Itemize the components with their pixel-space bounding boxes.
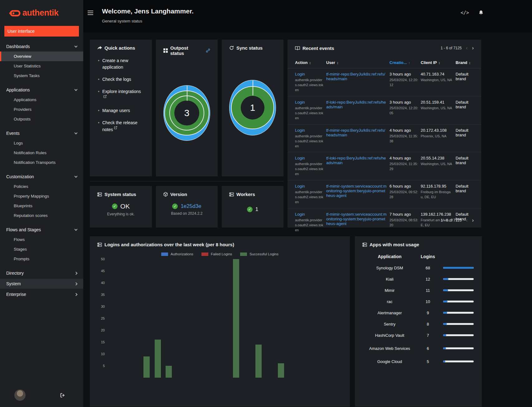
app-login-count: 8 [417, 322, 439, 326]
sidebar-section-dashboards[interactable]: Dashboards [0, 42, 83, 51]
logout-icon[interactable] [60, 393, 65, 398]
sidebar-section-flows-and-stages[interactable]: Flows and Stages [0, 225, 83, 235]
app-usage-bar [443, 312, 474, 314]
column-header-user[interactable]: User↕ [326, 58, 389, 68]
column-header-action[interactable]: Action↕ [295, 58, 326, 68]
event-user-link[interactable]: tf-mimir-system:serviceaccount:monitorin… [326, 212, 387, 226]
event-location: Washington, US, NA [421, 162, 453, 167]
sidebar-item-notification-transports[interactable]: Notification Transports [0, 158, 83, 167]
event-brand: Default brand [456, 96, 474, 124]
sidebar-item-applications[interactable]: Applications [0, 95, 83, 105]
version-value-link[interactable]: 1e25d3e [181, 203, 201, 209]
event-action-link[interactable]: Login [295, 100, 305, 105]
sidebar-section-directory[interactable]: Directory [0, 268, 83, 278]
sidebar-item-stages[interactable]: Stages [0, 244, 83, 254]
sidebar-item-property-mappings[interactable]: Property Mappings [0, 191, 83, 201]
chevron-down-icon [75, 131, 78, 135]
sidebar-item-notification-rules[interactable]: Notification Rules [0, 148, 83, 158]
table-row[interactable]: Login authentik.providers.oauth2.views.t… [288, 125, 481, 153]
list-item: Create a new application [97, 57, 144, 76]
quick-action-release-notes[interactable]: Check the release notes [102, 120, 138, 132]
legend-item-failed-logins: Failed Logins [201, 252, 232, 256]
event-action-link[interactable]: Login [295, 156, 305, 160]
y-tick-label: 25 [101, 316, 105, 320]
sidebar-item-system-tasks[interactable]: System Tasks [0, 71, 83, 81]
sidebar-item-overview[interactable]: Overview [0, 51, 83, 61]
pagination-prev-button[interactable]: ‹ [466, 45, 467, 51]
event-user-link[interactable]: tf-loki-repo:BeryJu/k8s:ref:refs/heads/m… [326, 156, 386, 165]
notifications-bell-icon[interactable] [478, 10, 484, 16]
quick-action-manage-users[interactable]: Manage users [102, 108, 130, 113]
chevron-down-icon [75, 175, 78, 178]
sidebar-item-reputation-scores[interactable]: Reputation scores [0, 211, 83, 220]
section-label: System [6, 281, 21, 286]
column-header-client-ip[interactable]: Client IP↕ [421, 58, 456, 68]
pagination-label: 1 - 6 of 7125 [441, 218, 462, 223]
chart-bar [143, 356, 150, 378]
external-link-icon [114, 126, 117, 129]
event-user-link[interactable]: tf-mimir-repo:BeryJu/k8s:ref:refs/heads/… [326, 72, 385, 81]
event-user-link[interactable]: tf-loki-repo:BeryJu/k8s:ref:refs/heads/m… [326, 100, 386, 109]
event-action-link[interactable]: Login [295, 128, 305, 133]
event-timestamp: 25/03/2024, 11:35:29 [389, 162, 418, 172]
legend-item-successful-logins: Successful Logins [240, 252, 278, 256]
y-tick-label: 35 [101, 293, 105, 297]
table-row[interactable]: Login authentik.providers.oauth2.views.t… [288, 96, 481, 125]
event-action-link[interactable]: Login [295, 72, 305, 76]
event-action-link[interactable]: Login [295, 212, 305, 217]
event-time-relative: 3 hours ago [389, 72, 418, 76]
sidebar-section-applications[interactable]: Applications [0, 85, 83, 95]
table-row[interactable]: Login authentik.providers.oauth2.views.t… [288, 68, 481, 96]
pagination-prev-button[interactable]: ‹ [466, 218, 467, 223]
section-label: Customization [6, 174, 34, 179]
link-icon[interactable] [206, 48, 210, 53]
quick-action-check-logs[interactable]: Check the logs [102, 77, 131, 82]
sidebar-item-policies[interactable]: Policies [0, 182, 83, 191]
api-code-icon[interactable]: </> [461, 10, 469, 16]
sidebar-section-system[interactable]: System [0, 279, 83, 289]
hamburger-menu-icon[interactable] [88, 11, 93, 15]
legend-swatch [240, 253, 247, 256]
sidebar-item-user-statistics[interactable]: User Statistics [0, 61, 83, 71]
quick-action-explore-integrations[interactable]: Explore integrations [102, 89, 141, 94]
sidebar-section-customization[interactable]: Customization [0, 172, 83, 182]
sidebar-item-logs[interactable]: Logs [0, 138, 83, 148]
sidebar-item-blueprints[interactable]: Blueprints [0, 201, 83, 211]
event-client-ip: 20.172.43.108 [421, 128, 453, 133]
sync-status-icon [229, 46, 234, 50]
authentik-logo: authentik [0, 0, 83, 25]
user-interface-button[interactable]: User interface [4, 26, 79, 37]
pagination-next-button[interactable]: › [472, 45, 474, 51]
card-title-label: System status [104, 192, 136, 197]
y-tick-label: 45 [101, 269, 105, 273]
table-row[interactable]: Login authentik.providers.oauth2.views.t… [288, 180, 481, 208]
event-action-link[interactable]: Login [295, 184, 305, 189]
table-row[interactable]: Login authentik.providers.oauth2.views.t… [288, 152, 481, 180]
sidebar-section-events[interactable]: Events [0, 128, 83, 138]
app-name: Google Cloud [362, 359, 417, 364]
event-user-link[interactable]: tf-mimir-system:serviceaccount:monitorin… [326, 184, 387, 198]
column-header-brand[interactable]: Brand↕ [456, 58, 474, 68]
y-tick-label: 15 [101, 340, 105, 344]
sidebar-item-outposts[interactable]: Outposts [0, 114, 83, 124]
outpost-status-icon [163, 48, 168, 53]
event-action-app: authentik.providers.oauth2.views.token [295, 78, 324, 93]
column-header-logins: Logins [417, 254, 439, 262]
sidebar-item-providers[interactable]: Providers [0, 105, 83, 114]
sidebar-item-flows[interactable]: Flows [0, 235, 83, 244]
event-brand: Default brand [456, 152, 474, 180]
system-status-icon [97, 192, 102, 197]
table-row: Mimir 11 [362, 285, 474, 296]
sidebar-item-prompts[interactable]: Prompts [0, 254, 83, 264]
quick-action-create-application[interactable]: Create a new application [102, 58, 128, 70]
chevron-down-icon [75, 228, 78, 231]
column-header-creation[interactable]: Creatio...↑ [389, 58, 421, 68]
app-login-count: 12 [417, 277, 439, 282]
avatar[interactable] [14, 390, 26, 401]
chart-bar [166, 366, 172, 378]
event-user-link[interactable]: tf-mimir-repo:BeryJu/k8s:ref:refs/heads/… [326, 128, 385, 137]
sidebar-section-enterprise[interactable]: Enterprise [0, 289, 83, 299]
chart-bar [233, 259, 239, 378]
pagination-next-button[interactable]: › [472, 218, 474, 223]
event-timestamp: 25/03/2024, 09:52:28 [389, 190, 418, 200]
